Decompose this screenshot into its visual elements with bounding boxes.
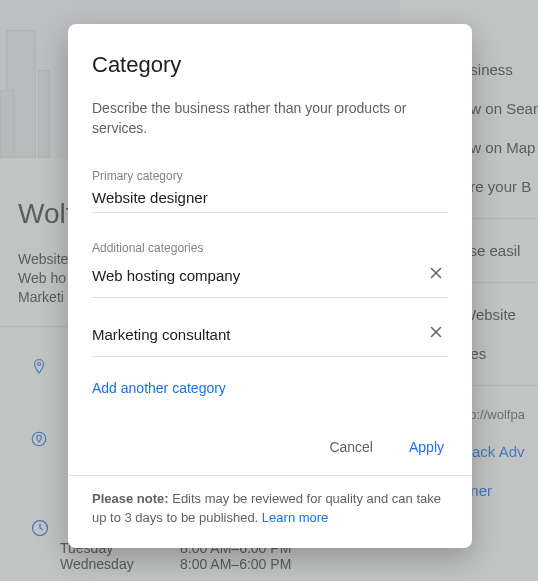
dialog-body: Category Describe the business rather th… xyxy=(68,24,472,417)
add-category-link[interactable]: Add another category xyxy=(92,380,226,396)
additional-category-row: Web hosting company xyxy=(92,261,448,298)
learn-more-link[interactable]: Learn more xyxy=(262,510,328,525)
additional-categories-list: Web hosting companyMarketing consultant xyxy=(92,261,448,357)
primary-category-label: Primary category xyxy=(92,169,448,183)
additional-category-input[interactable]: Web hosting company xyxy=(92,267,418,284)
apply-button[interactable]: Apply xyxy=(405,433,448,461)
note-prefix: Please note: xyxy=(92,491,169,506)
close-icon xyxy=(427,264,445,282)
dialog-footnote: Please note: Edits may be reviewed for q… xyxy=(68,475,472,548)
cancel-button[interactable]: Cancel xyxy=(325,433,377,461)
dialog-title: Category xyxy=(92,52,448,78)
additional-categories-label: Additional categories xyxy=(92,241,448,255)
additional-category-input[interactable]: Marketing consultant xyxy=(92,326,418,343)
additional-category-row: Marketing consultant xyxy=(92,320,448,357)
primary-category-input[interactable]: Website designer xyxy=(92,189,448,213)
close-icon xyxy=(427,323,445,341)
remove-category-button[interactable] xyxy=(418,255,454,291)
category-dialog: Category Describe the business rather th… xyxy=(68,24,472,548)
remove-category-button[interactable] xyxy=(418,314,454,350)
dialog-actions: Cancel Apply xyxy=(68,417,472,475)
dialog-description: Describe the business rather than your p… xyxy=(92,98,448,139)
